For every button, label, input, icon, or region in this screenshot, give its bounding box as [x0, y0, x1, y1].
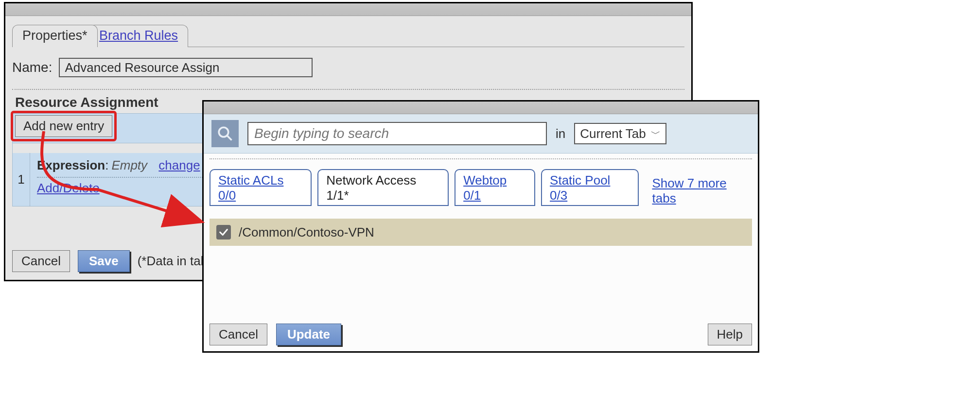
- svg-line-1: [228, 136, 232, 140]
- name-label: Name:: [12, 60, 52, 75]
- row-number: 1: [13, 153, 30, 206]
- expression-value: Empty: [111, 158, 147, 172]
- expression-label: Expression: [37, 158, 105, 172]
- save-button[interactable]: Save: [78, 250, 130, 272]
- svg-point-0: [219, 127, 228, 137]
- help-button[interactable]: Help: [708, 324, 752, 345]
- footer-right: Cancel Update Help: [210, 324, 752, 345]
- tabs-row: Properties* Branch Rules: [12, 24, 684, 47]
- resource-select-dialog: in Current Tab ﹀ Static ACLs 0/0 Network…: [202, 100, 759, 353]
- show-more-tabs-link[interactable]: Show 7 more tabs: [652, 176, 752, 206]
- add-entry-highlight: Add new entry: [11, 111, 117, 141]
- resource-tabs: Static ACLs 0/0 Network Access 1/1* Webt…: [210, 169, 752, 206]
- tab-network-access[interactable]: Network Access 1/1*: [317, 169, 449, 206]
- update-button[interactable]: Update: [276, 324, 341, 345]
- cancel-button[interactable]: Cancel: [210, 324, 267, 345]
- resource-item-label: /Common/Contoso-VPN: [239, 225, 374, 240]
- search-scope-select[interactable]: Current Tab ﹀: [574, 123, 666, 144]
- in-label: in: [556, 126, 565, 141]
- name-input[interactable]: [59, 58, 313, 77]
- resource-checkbox[interactable]: [216, 225, 231, 240]
- tab-properties-label: Properties*: [22, 28, 88, 43]
- resource-item-row: /Common/Contoso-VPN: [210, 219, 752, 246]
- tab-static-pool[interactable]: Static Pool 0/3: [541, 169, 638, 206]
- tab-webtop[interactable]: Webtop 0/1: [455, 169, 535, 206]
- chevron-down-icon: ﹀: [651, 127, 661, 140]
- cancel-button[interactable]: Cancel: [12, 250, 70, 272]
- divider: [210, 158, 752, 159]
- add-delete-link[interactable]: Add/Delete: [37, 181, 100, 195]
- divider: [12, 89, 684, 90]
- tab-static-acls[interactable]: Static ACLs 0/0: [210, 169, 312, 206]
- name-row: Name:: [12, 58, 684, 77]
- titlebar[interactable]: [5, 3, 691, 16]
- search-scope-value: Current Tab: [580, 126, 646, 141]
- change-link[interactable]: change: [158, 158, 200, 172]
- titlebar[interactable]: [204, 102, 758, 114]
- search-input[interactable]: [247, 122, 547, 145]
- tab-branch-rules[interactable]: Branch Rules: [89, 25, 188, 47]
- tab-properties[interactable]: Properties*: [12, 25, 98, 47]
- add-new-entry-button[interactable]: Add new entry: [15, 115, 112, 137]
- tab-branch-rules-label: Branch Rules: [99, 28, 178, 43]
- search-icon[interactable]: [211, 120, 239, 147]
- search-band: in Current Tab ﹀: [204, 114, 758, 154]
